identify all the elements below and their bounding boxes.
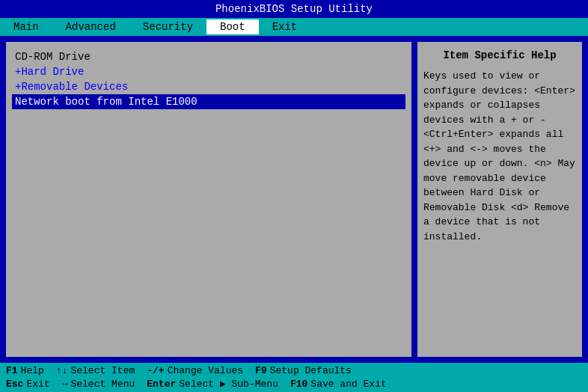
boot-item-harddrive[interactable]: +Hard Drive [12, 64, 405, 79]
key-f10: F10 [290, 379, 307, 390]
status-f9: F9 Setup Defaults [255, 365, 352, 376]
key-f1: F1 [6, 365, 18, 376]
status-esc: Esc Exit [6, 378, 50, 390]
label-select-menu: Select Menu [70, 379, 135, 390]
boot-item-removable[interactable]: +Removable Devices [12, 79, 405, 94]
label-select-item: Select Item [70, 365, 135, 376]
status-f1: F1 Help [6, 365, 44, 376]
menu-item-exit[interactable]: Exit [259, 19, 311, 34]
label-select-submenu: Select ▶ Sub-Menu [179, 378, 278, 390]
menu-item-advanced[interactable]: Advanced [52, 19, 129, 34]
key-esc: Esc [6, 379, 23, 390]
menu-item-main[interactable]: Main [0, 19, 52, 34]
app-title: PhoenixBIOS Setup Utility [215, 3, 373, 15]
key-enter: Enter [147, 379, 176, 390]
key-leftright: ↔ [62, 379, 68, 390]
right-panel-title: Item Specific Help [423, 49, 576, 61]
label-help: Help [21, 365, 44, 376]
label-save-exit: Save and Exit [310, 379, 386, 390]
main-content: CD-ROM Drive +Hard Drive +Removable Devi… [0, 36, 588, 363]
status-enter: Enter Select ▶ Sub-Menu [147, 378, 278, 390]
status-row-2: Esc Exit ↔ Select Menu Enter Select ▶ Su… [6, 377, 582, 391]
status-f10: F10 Save and Exit [290, 378, 387, 390]
status-change-values: -/+ Change Values [147, 365, 243, 376]
status-select-item: ↑↓ Select Item [56, 365, 135, 376]
label-change-values: Change Values [168, 365, 243, 376]
status-select-menu: ↔ Select Menu [62, 378, 135, 390]
right-panel: Item Specific Help Keys used to view or … [417, 42, 582, 357]
menu-item-security[interactable]: Security [129, 19, 206, 34]
label-exit: Exit [26, 379, 49, 390]
title-bar: PhoenixBIOS Setup Utility [0, 0, 588, 18]
status-bar: F1 Help ↑↓ Select Item -/+ Change Values… [0, 363, 588, 392]
key-updown: ↑↓ [56, 365, 68, 376]
boot-item-network[interactable]: Network boot from Intel E1000 [12, 94, 405, 109]
key-minusplus: -/+ [147, 365, 164, 376]
left-panel: CD-ROM Drive +Hard Drive +Removable Devi… [6, 42, 411, 357]
key-f9: F9 [255, 365, 267, 376]
right-panel-text: Keys used to view or configure devices: … [423, 69, 576, 244]
boot-item-cdrom[interactable]: CD-ROM Drive [12, 49, 405, 64]
menu-item-boot[interactable]: Boot [206, 19, 259, 34]
menu-bar: Main Advanced Security Boot Exit [0, 18, 588, 36]
status-row-1: F1 Help ↑↓ Select Item -/+ Change Values… [6, 364, 582, 377]
label-setup-defaults: Setup Defaults [270, 365, 352, 376]
